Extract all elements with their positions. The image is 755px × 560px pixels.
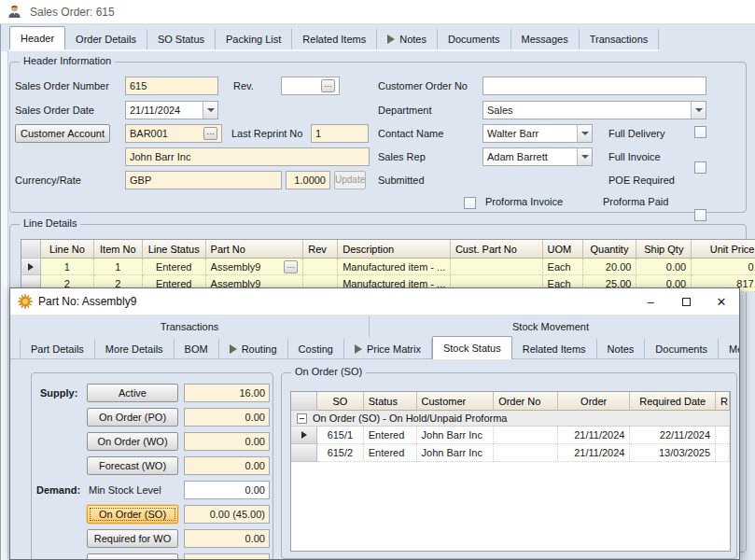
contact-name-select[interactable]: Walter Barr [482,124,593,143]
col-truncated[interactable]: R [716,392,730,411]
line-details-legend: Line Details [20,217,80,229]
forecast-wo-button[interactable]: Forecast (WO) [87,456,178,475]
minimize-icon[interactable]: – [633,288,668,315]
col-order-no[interactable]: Order No [494,392,558,411]
table-row[interactable]: 615/2 Entered John Barr Inc 21/11/2024 1… [291,444,730,462]
full-invoice-checkbox[interactable] [694,161,706,174]
tab-packing-list[interactable]: Packing List [216,29,292,49]
tab-group-stock-movement[interactable]: Stock Movement [370,316,732,337]
tab-related-items[interactable]: Related Items [292,29,377,49]
tab-related-items-part[interactable]: Related Items [512,339,597,359]
col-rev[interactable]: Rev [303,240,338,259]
col-cust-part-no[interactable]: Cust. Part No [451,240,543,259]
main-tabstrip: Header Order Details SO Status Packing L… [9,26,659,51]
reqd-forecast-wo-value: 0.00 [184,553,270,560]
reqd-forecast-wo-button[interactable]: Reqd Forecast WO [87,553,178,560]
customer-account-code-field[interactable]: BAR001 … [125,124,222,143]
close-icon[interactable]: ✕ [704,288,739,315]
sales-order-number-label: Sales Order Number [15,80,109,91]
rev-browse-button[interactable]: … [321,79,335,92]
tab-more-details[interactable]: More Details [95,339,175,359]
tab-routing[interactable]: Routing [219,339,288,359]
on-order-wo-button[interactable]: On Order (WO) [87,432,178,451]
submitted-checkbox[interactable] [464,197,476,209]
current-row-icon [28,263,34,271]
full-delivery-checkbox[interactable] [694,126,706,138]
window-title: Sales Order: 615 [30,6,115,19]
header-information-legend: Header Information [20,55,115,66]
sales-rep-select[interactable]: Adam Barrett [482,147,593,166]
tab-stock-status[interactable]: Stock Status [432,336,512,359]
tab-price-matrix[interactable]: Price Matrix [344,339,432,359]
tab-notes-part[interactable]: Notes [597,339,646,359]
on-order-po-button[interactable]: On Order (PO) [87,408,178,427]
table-row[interactable]: 615/1 Entered John Barr Inc 21/11/2024 2… [291,427,730,444]
tab-documents[interactable]: Documents [438,29,511,49]
tab-documents-part[interactable]: Documents [645,339,719,359]
poe-required-checkbox[interactable] [694,209,706,221]
col-line-status[interactable]: Line Status [143,240,206,259]
col-customer[interactable]: Customer [417,392,495,411]
last-reprint-no-field[interactable]: 1 [311,124,369,143]
tab-messages[interactable]: Messages [511,29,580,49]
department-select[interactable]: Sales [482,101,706,119]
customer-order-no-field[interactable] [482,77,706,95]
on-order-so-button[interactable]: On Order (SO) [87,505,178,524]
tab-messages-part[interactable]: Messages [719,339,740,359]
table-row[interactable]: 1 1 Entered Assembly9… Manufactured item… [21,259,755,275]
rate-field[interactable]: 1.0000 [286,171,330,189]
line-details-grid-header: Line No Item No Line Status Part No Rev … [21,240,755,259]
customer-name-field[interactable]: John Barr Inc [125,147,370,166]
tab-header[interactable]: Header [9,26,65,49]
tab-notes[interactable]: Notes [377,29,438,49]
part-no-browse-button[interactable]: … [284,260,298,273]
maximize-icon[interactable] [668,288,704,315]
col-quantity[interactable]: Quantity [583,240,637,259]
contact-name-dropdown-icon[interactable] [577,125,592,142]
required-for-wo-button[interactable]: Required for WO [87,529,178,548]
tab-costing[interactable]: Costing [288,339,344,359]
grid-group-header-row[interactable]: On Order (SO) - On Hold/Unpaid Proforma [291,411,730,427]
rev-label: Rev. [233,80,254,91]
update-button[interactable]: Update [334,171,366,189]
on-order-so-grid-header: SO Status Customer Order No Order Requir… [291,392,730,411]
col-required-date[interactable]: Required Date [630,392,716,411]
tabpage-left-strip [1,51,8,560]
col-description[interactable]: Description [338,240,451,259]
last-reprint-no-label: Last Reprint No [231,128,302,139]
tab-so-status[interactable]: SO Status [147,29,216,49]
col-part-no[interactable]: Part No [206,240,304,259]
collapse-icon[interactable] [297,413,307,424]
col-so[interactable]: SO [317,392,364,411]
sales-rep-label: Sales Rep [378,151,426,162]
part-dialog-tab-groups: Transactions Stock Movement [10,316,740,337]
col-order[interactable]: Order [558,392,631,411]
col-status[interactable]: Status [364,392,417,411]
tab-transactions[interactable]: Transactions [580,29,660,49]
active-button[interactable]: Active [87,384,178,402]
sales-order-date-picker[interactable]: 21/11/2024 [125,101,218,119]
department-dropdown-icon[interactable] [691,102,706,119]
active-value: 16.00 [184,384,270,402]
customer-account-button[interactable]: Customer Account [15,124,110,143]
col-line-no[interactable]: Line No [41,240,94,259]
customer-account-browse-button[interactable]: … [203,127,217,140]
col-ship-qty[interactable]: Ship Qty [636,240,692,259]
sales-rep-dropdown-icon[interactable] [577,148,592,165]
col-uom[interactable]: UOM [543,240,583,259]
currency-field[interactable]: GBP [125,171,282,189]
date-dropdown-icon[interactable] [203,102,217,119]
proforma-invoice-label: Proforma Invoice [485,196,563,207]
col-item-no[interactable]: Item No [94,240,143,259]
col-unit-price[interactable]: Unit Price [692,240,755,259]
tab-bom[interactable]: BOM [175,339,219,359]
min-stock-level-value[interactable]: 0.00 [184,481,270,499]
tab-order-details[interactable]: Order Details [65,29,147,49]
part-dialog-title: Part No: Assembly9 [38,295,136,308]
forecast-wo-value: 0.00 [184,456,270,475]
tab-group-transactions[interactable]: Transactions [10,316,370,337]
sales-order-number-field[interactable]: 615 [125,77,218,95]
row-selector-header [21,240,41,259]
rev-field[interactable]: … [281,77,340,95]
tab-part-details[interactable]: Part Details [20,339,95,359]
